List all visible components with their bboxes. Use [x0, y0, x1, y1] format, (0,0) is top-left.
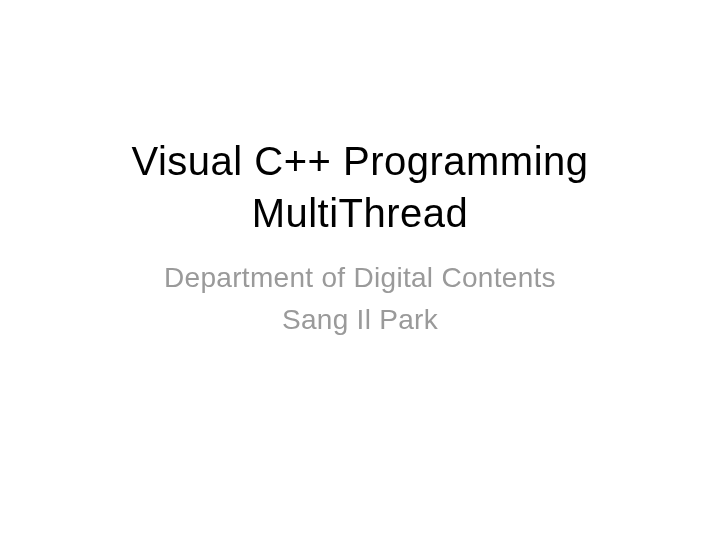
slide-subtitle: Department of Digital Contents Sang Il P…: [164, 257, 556, 341]
title-line-1: Visual C++ Programming: [131, 135, 588, 187]
subtitle-line-2: Sang Il Park: [164, 299, 556, 341]
title-line-2: MultiThread: [131, 187, 588, 239]
slide-title: Visual C++ Programming MultiThread: [131, 135, 588, 239]
subtitle-line-1: Department of Digital Contents: [164, 257, 556, 299]
